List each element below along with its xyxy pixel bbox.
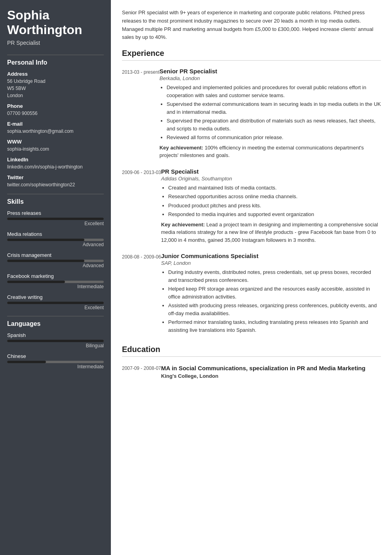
language-item: Chinese Intermediate (7, 353, 104, 369)
twitter-value: twitter.com/sophieworthington22 (7, 181, 104, 188)
language-bar-fill (7, 361, 46, 363)
experience-container: 2013-03 - present Senior PR Specialist B… (122, 68, 381, 336)
edu-date: 2007-09 - 2008-07 (122, 364, 161, 379)
bullet-item: Produced product pitches and press kits. (168, 202, 381, 210)
phone-value: 07700 900556 (7, 110, 104, 117)
email-label: E-mail (7, 121, 104, 127)
skills-container: Press releases Excellent Media relations… (7, 210, 104, 310)
languages-heading: Languages (7, 320, 104, 327)
divider (7, 55, 104, 55)
key-achievement: Key achievement: Lead a project team in … (161, 221, 381, 244)
skill-item: Media relations Advanced (7, 231, 104, 247)
skill-bar-bg (7, 218, 104, 220)
skill-item: Facebook marketing Intermediate (7, 273, 104, 289)
exp-bullets: Developed and implemented policies and p… (160, 84, 381, 142)
exp-date: 2008-08 - 2009-06 (122, 253, 161, 336)
exp-title: Junior Communications Specialist (161, 253, 381, 259)
skill-level: Advanced (7, 242, 104, 247)
skill-name: Media relations (7, 231, 104, 237)
divider-skills (7, 194, 104, 194)
address-line3: London (7, 92, 104, 99)
skill-bar-bg (7, 260, 104, 262)
skill-name: Press releases (7, 210, 104, 216)
skill-item: Press releases Excellent (7, 210, 104, 226)
skill-bar-fill (7, 218, 104, 220)
exp-details: Senior PR Specialist Berkadia, London De… (160, 68, 381, 159)
skill-name: Crisis management (7, 252, 104, 258)
skill-bar-bg (7, 239, 104, 241)
address-line1: 56 Uxbridge Road (7, 78, 104, 85)
phone-label: Phone (7, 103, 104, 109)
exp-bullets: During industry events, distributed note… (161, 268, 381, 334)
language-name: Spanish (7, 332, 104, 338)
candidate-title: PR Specialist (7, 40, 104, 46)
skill-level: Advanced (7, 263, 104, 268)
language-bar-bg (7, 340, 104, 342)
experience-block: 2009-06 - 2013-03 PR Specialist Adidas O… (122, 168, 381, 244)
edu-details: MA in Social Communications, specializat… (161, 364, 381, 379)
bullet-item: Created and maintained lists of media co… (168, 184, 381, 192)
bullet-item: Supervised the preparation and distribut… (167, 117, 381, 132)
candidate-name: Sophia Worthington (7, 8, 104, 37)
exp-title: PR Specialist (161, 168, 381, 175)
bullet-item: Supervised the external communications t… (167, 100, 381, 116)
bullet-item: During industry events, distributed note… (168, 268, 381, 284)
skill-item: Crisis management Advanced (7, 252, 104, 268)
exp-company: Adidas Originals, Southampton (161, 176, 381, 182)
sidebar: Sophia Worthington PR Specialist Persona… (0, 0, 111, 555)
experience-heading: Experience (122, 49, 381, 61)
exp-title: Senior PR Specialist (160, 68, 381, 75)
exp-bullets: Created and maintained lists of media co… (161, 184, 381, 218)
skill-bar-fill (7, 260, 84, 262)
language-level: Bilingual (7, 343, 104, 348)
language-bar-fill (7, 340, 104, 342)
education-container: 2007-09 - 2008-07 MA in Social Communica… (122, 364, 381, 379)
language-bar-bg (7, 361, 104, 363)
linkedin-value: linkedin.com/in/sophia-j-worthington (7, 163, 104, 170)
skill-bar-fill (7, 281, 65, 283)
bullet-item: Researched opportunities across online m… (168, 193, 381, 201)
exp-date: 2009-06 - 2013-03 (122, 168, 161, 244)
language-name: Chinese (7, 353, 104, 359)
skill-name: Creative writing (7, 294, 104, 300)
summary-text: Senior PR specialist with 9+ years of ex… (122, 9, 381, 42)
personal-info-heading: Personal Info (7, 59, 104, 66)
twitter-label: Twitter (7, 174, 104, 180)
bullet-item: Helped keep PR storage areas organized a… (168, 285, 381, 300)
education-heading: Education (122, 345, 381, 357)
divider-languages (7, 316, 104, 316)
bullet-item: Performed minor translating tasks, inclu… (168, 318, 381, 334)
skill-level: Excellent (7, 305, 104, 310)
email-value: sophia.worthington@gmail.com (7, 128, 104, 135)
exp-date: 2013-03 - present (122, 68, 160, 159)
edu-title: MA in Social Communications, specializat… (161, 364, 381, 372)
bullet-item: Reviewed all forms of communication prio… (167, 134, 381, 142)
skill-bar-fill (7, 239, 84, 241)
edu-school: King's College, London (161, 373, 381, 379)
exp-details: Junior Communications Specialist SAP, Lo… (161, 253, 381, 336)
experience-block: 2008-08 - 2009-06 Junior Communications … (122, 253, 381, 336)
key-achievement: Key achievement: 100% efficiency in meet… (160, 144, 381, 159)
address-label: Address (7, 71, 104, 77)
skill-level: Intermediate (7, 284, 104, 289)
linkedin-label: LinkedIn (7, 157, 104, 163)
exp-details: PR Specialist Adidas Originals, Southamp… (161, 168, 381, 244)
address-line2: W5 5BW (7, 85, 104, 92)
experience-block: 2013-03 - present Senior PR Specialist B… (122, 68, 381, 159)
language-level: Intermediate (7, 364, 104, 369)
main-content: Senior PR specialist with 9+ years of ex… (111, 0, 392, 555)
bullet-item: Developed and implemented policies and p… (167, 84, 381, 99)
www-value: sophia-insights.com (7, 145, 104, 153)
exp-company: SAP, London (161, 260, 381, 266)
skill-bar-bg (7, 302, 104, 304)
skill-bar-fill (7, 302, 104, 304)
bullet-item: Responded to media inquiries and support… (168, 211, 381, 218)
education-block: 2007-09 - 2008-07 MA in Social Communica… (122, 364, 381, 379)
skill-item: Creative writing Excellent (7, 294, 104, 310)
skill-bar-bg (7, 281, 104, 283)
skill-level: Excellent (7, 221, 104, 226)
bullet-item: Assisted with producing press releases, … (168, 302, 381, 317)
skill-name: Facebook marketing (7, 273, 104, 279)
languages-container: Spanish Bilingual Chinese Intermediate (7, 332, 104, 369)
exp-company: Berkadia, London (160, 75, 381, 81)
